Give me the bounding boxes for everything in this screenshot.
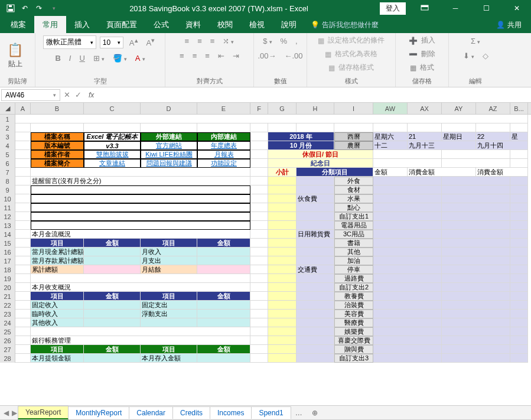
cell[interactable] [297, 318, 334, 327]
cell[interactable] [510, 310, 528, 318]
font-name-select[interactable]: 微軟正黑體▾ [43, 35, 96, 49]
link-official[interactable]: 官方網站 [141, 141, 197, 150]
date-21[interactable]: 21 [408, 132, 442, 141]
cell[interactable] [510, 265, 528, 274]
cell[interactable] [84, 354, 141, 363]
cell[interactable]: 金額 [84, 292, 141, 301]
tell-me[interactable]: 💡告訴我您想做什麼 [311, 20, 379, 30]
cell[interactable] [373, 248, 442, 256]
row-header[interactable]: 12 [0, 212, 15, 221]
orientation-icon[interactable]: ⤭ [220, 35, 236, 47]
cell[interactable] [510, 203, 528, 212]
cell[interactable] [373, 239, 442, 248]
col-H[interactable]: H [297, 103, 334, 114]
cell[interactable] [268, 230, 297, 239]
cell[interactable]: 金額 [373, 168, 408, 177]
tab-insert[interactable]: 插入 [66, 16, 98, 34]
table-format-button[interactable]: ▦格式化為表格 [325, 49, 377, 59]
cell[interactable] [442, 248, 510, 256]
cell[interactable] [15, 292, 31, 301]
col-AW[interactable]: AW [373, 103, 408, 114]
cell[interactable] [15, 177, 31, 185]
cell[interactable] [268, 274, 297, 283]
cell[interactable] [510, 256, 528, 265]
col-G[interactable]: G [268, 103, 297, 114]
sheet-tab-incomes[interactable]: Incomes [210, 406, 252, 419]
tab-home[interactable]: 常用 [34, 16, 66, 34]
cell[interactable]: 教養費 [334, 292, 373, 301]
cell[interactable] [31, 168, 250, 177]
cell[interactable] [250, 212, 268, 221]
cell[interactable] [373, 336, 442, 345]
link-year[interactable]: 年度總表 [197, 141, 250, 150]
align-left-icon[interactable]: ≡ [177, 50, 187, 61]
cell[interactable] [31, 123, 84, 132]
cell[interactable] [510, 292, 528, 301]
cell[interactable] [250, 301, 268, 310]
cell[interactable]: 檔案名稱 [31, 132, 84, 141]
cancel-formula-icon[interactable]: ✕ [61, 89, 73, 100]
cell[interactable] [442, 150, 510, 159]
fill-button[interactable]: ⬇ [461, 50, 477, 61]
fill-color-button[interactable]: 🪣 [110, 53, 129, 64]
cell[interactable] [141, 123, 197, 132]
cell[interactable] [373, 185, 442, 194]
align-bot-icon[interactable]: ≡ [208, 35, 217, 47]
cell[interactable] [250, 248, 268, 256]
day-sun[interactable]: 星期日 [442, 132, 476, 141]
col-A[interactable]: A [15, 103, 31, 114]
underline-button[interactable]: U [77, 53, 87, 64]
cell[interactable] [510, 336, 528, 345]
cell[interactable]: 金額 [197, 292, 250, 301]
cell[interactable] [15, 274, 31, 283]
group-food[interactable] [297, 185, 334, 194]
select-all-corner[interactable]: ◢ [0, 103, 15, 114]
cell[interactable]: 食材 [334, 185, 373, 194]
row-header[interactable]: 24 [0, 318, 15, 327]
cell[interactable] [250, 150, 268, 159]
cell[interactable] [250, 203, 268, 212]
cell[interactable]: 其他 [334, 248, 373, 256]
cell[interactable] [268, 301, 297, 310]
align-right-icon[interactable]: ≡ [203, 50, 212, 61]
row-header[interactable]: 14 [0, 230, 15, 239]
cell[interactable]: 美容費 [334, 310, 373, 318]
cell[interactable]: 紀念日 [268, 159, 373, 168]
cell[interactable]: 自訂支出2 [334, 283, 373, 292]
cell[interactable] [510, 345, 528, 354]
cell[interactable]: 累計總額 [31, 265, 84, 274]
group-food[interactable]: 伙食費 [297, 194, 334, 203]
cell[interactable] [510, 327, 528, 336]
minimize-icon[interactable]: ─ [444, 0, 467, 17]
row-header[interactable]: 2 [0, 123, 15, 132]
cell[interactable]: 外部連結 [141, 132, 197, 141]
inc-decimal-icon[interactable]: .00→ [255, 50, 278, 61]
cell[interactable] [442, 159, 510, 168]
cell[interactable] [373, 354, 442, 363]
cell[interactable] [197, 310, 250, 318]
cell[interactable] [442, 221, 510, 230]
cell[interactable]: 停車 [334, 265, 373, 274]
cell[interactable] [297, 256, 334, 265]
undo-icon[interactable]: ↶ [20, 4, 30, 13]
cell[interactable] [250, 327, 268, 336]
row-header[interactable]: 13 [0, 221, 15, 230]
qat-dropdown-icon[interactable] [48, 4, 58, 13]
cell[interactable]: 水果 [334, 194, 373, 203]
cell[interactable]: 項目 [141, 292, 197, 301]
cell[interactable] [510, 283, 528, 292]
cell[interactable] [373, 177, 442, 185]
cell[interactable] [268, 256, 297, 265]
reminder-box[interactable] [31, 185, 250, 194]
cell[interactable]: 自訂支出3 [334, 354, 373, 363]
cell[interactable] [268, 283, 297, 292]
delete-cells-button[interactable]: ➖刪除 [409, 49, 435, 59]
cell[interactable]: 本月提領金額 [31, 354, 84, 363]
cell[interactable] [268, 265, 297, 274]
link-feedback[interactable]: 問題回報與建議 [141, 159, 197, 168]
cell[interactable] [373, 345, 442, 354]
cell[interactable] [442, 310, 510, 318]
lunar-1[interactable]: 十二 [373, 141, 408, 150]
cell[interactable] [373, 123, 408, 132]
spreadsheet-grid[interactable]: 123檔案名稱Excel 電子記帳本外部連結內部連結2018 年西曆星期六21星… [0, 115, 531, 405]
